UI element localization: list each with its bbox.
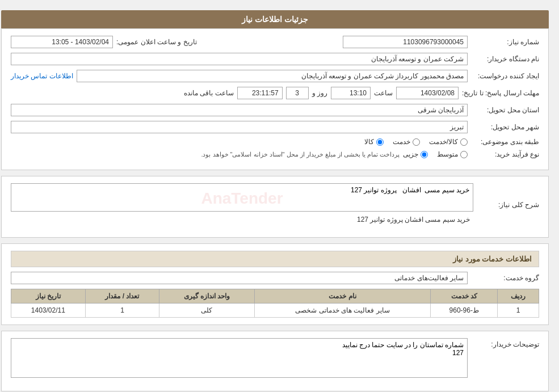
city-label: شهر محل تحویل:: [471, 123, 539, 131]
send-deadline-label: مهلت ارسال پاسخ: تا تاریخ:: [462, 89, 539, 97]
col-header-date: تاریخ نیاز: [11, 289, 86, 304]
creator-label: ایجاد کننده درخواست:: [471, 72, 539, 80]
category-kala-only-option[interactable]: کالا: [364, 138, 384, 146]
purchase-note: پرداخت تمام یا بخشی از مبلغ خریدار از مح…: [11, 151, 400, 158]
buyer-notes-textarea[interactable]: [11, 338, 468, 378]
send-remaining-label: ساعت باقی مانده: [184, 89, 234, 97]
col-header-code: کد خدمت: [431, 289, 498, 304]
province-label: استان محل تحویل:: [471, 106, 539, 114]
city-value: تبریز: [11, 121, 468, 133]
need-desc-textarea[interactable]: [11, 183, 473, 212]
need-desc-value: خرید سیم مسی افشان پروژه توانیر 127: [11, 213, 473, 226]
services-table: ردیف کد خدمت نام خدمت واحد اندازه گیری ت…: [11, 289, 539, 318]
services-section-title: اطلاعات خدمات مورد نیاز: [11, 251, 539, 267]
date-label: تاریخ و ساعت اعلان عمومی:: [116, 38, 197, 46]
creator-value: مصدق محمدپور کاربرداز شرکت عمران و توسعه…: [77, 70, 468, 82]
category-radio-group: کالا/خدمت خدمت کالا: [364, 138, 468, 146]
send-date: 1403/02/08: [396, 87, 459, 99]
need-number-label: شماره نیاز:: [471, 38, 539, 46]
buyer-name-value: شرکت عمران و توسعه آذربایجان: [11, 53, 468, 65]
purchase-type-group: متوسط جزیی: [403, 150, 468, 158]
col-header-name: نام خدمت: [254, 289, 431, 304]
category-kala-option[interactable]: کالا/خدمت: [429, 138, 468, 146]
service-group-value: سایر فعالیت‌های خدماتی: [11, 272, 468, 284]
send-time-label: ساعت: [374, 89, 393, 97]
col-header-qty: تعداد / مقدار: [85, 289, 159, 304]
col-header-unit: واحد اندازه گیری: [159, 289, 254, 304]
send-days: 3: [286, 87, 309, 99]
purchase-medium-option[interactable]: متوسط: [437, 150, 468, 158]
purchase-partial-option[interactable]: جزیی: [403, 150, 428, 158]
buyer-name-label: نام دستگاه خریدار:: [471, 55, 539, 63]
send-remaining: 23:11:57: [237, 87, 283, 99]
table-row: 1ط-96-960سایر فعالیت های خدماتی شخصیکلی1…: [11, 304, 539, 318]
province-value: آذربایجان شرقی: [11, 104, 468, 116]
category-khedmat-option[interactable]: خدمت: [393, 138, 420, 146]
send-time: 13:10: [331, 87, 371, 99]
buyer-notes-label: توضیحات خریدار:: [471, 338, 539, 348]
contact-link[interactable]: اطلاعات تماس خریدار: [11, 72, 73, 80]
category-label: طبقه بندی موضوعی:: [471, 138, 539, 146]
service-group-label: گروه خدمت:: [471, 274, 539, 282]
col-header-row: ردیف: [498, 289, 539, 304]
send-day-label: روز و: [312, 89, 327, 97]
purchase-type-label: نوع فرآیند خرید:: [471, 150, 539, 158]
page-title: جزئیات اطلاعات نیاز: [1, 10, 549, 28]
date-value: 1403/02/04 - 13:05: [11, 36, 113, 48]
need-number-value: 1103096793000045: [343, 36, 468, 48]
need-desc-label: شرح کلی نیاز:: [477, 201, 539, 209]
